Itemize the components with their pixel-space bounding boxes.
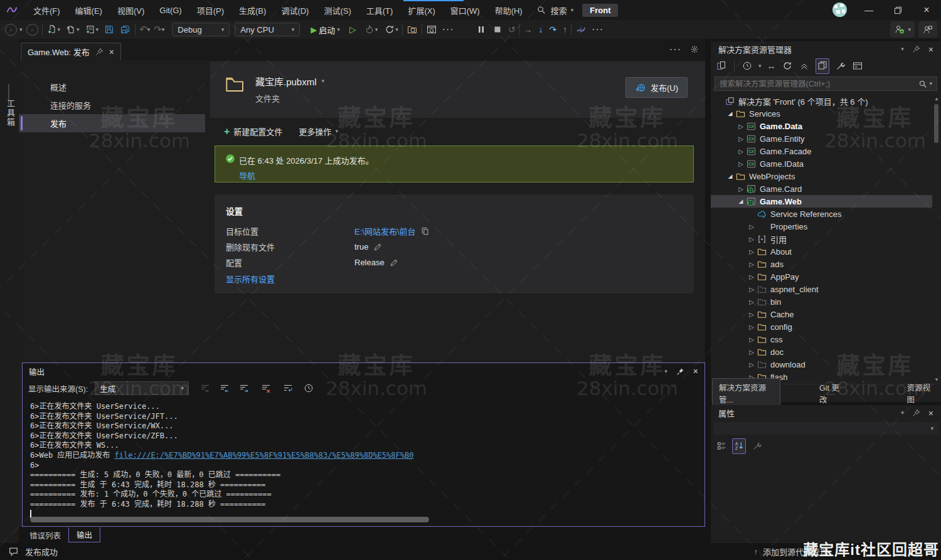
tab-game-web-publish[interactable]: Game.Web: 发布 × <box>21 43 121 60</box>
start-without-debug-icon[interactable]: ▷ <box>349 24 356 34</box>
undo-icon[interactable]: ↶ <box>139 24 147 35</box>
alphabetical-sort-toggle[interactable]: AZ <box>732 438 746 454</box>
navigate-back-icon[interactable]: ‹ <box>5 24 17 36</box>
avatar[interactable] <box>832 3 847 17</box>
refresh-icon[interactable] <box>782 60 793 71</box>
tree-item-apppay[interactable]: ▷AppPay <box>711 270 932 283</box>
tree-expander-icon[interactable]: ▷ <box>736 161 746 167</box>
published-location-link[interactable]: file:///E:/%E7%BD%91%E7%AB%99%E5%8F%91%E… <box>115 451 414 460</box>
menu-item-7[interactable]: 测试(S) <box>317 2 358 19</box>
close-panel-icon[interactable]: × <box>928 408 933 418</box>
more-actions-button[interactable]: 更多操作 ▾ <box>299 125 338 137</box>
minimize-button[interactable]: — <box>854 0 883 20</box>
properties-object-dropdown[interactable]: ▾ <box>713 422 938 435</box>
pin-icon[interactable] <box>95 48 104 56</box>
copy-icon[interactable] <box>421 226 430 236</box>
close-tab-icon[interactable]: × <box>109 47 114 57</box>
step-into-icon[interactable]: ↓ <box>538 24 543 34</box>
scrollbar-thumb[interactable] <box>934 104 938 143</box>
tree-expander-icon[interactable]: ▷ <box>747 261 757 268</box>
tree-expander-icon[interactable]: ◢ <box>736 198 746 204</box>
find-in-files-icon[interactable] <box>407 24 418 35</box>
tab-overflow-icon[interactable]: ··· <box>669 44 681 55</box>
show-next-statement-icon[interactable]: → <box>523 24 532 34</box>
output-source-dropdown[interactable]: 生成▾ <box>95 381 189 395</box>
previous-message-icon[interactable] <box>219 383 230 394</box>
clear-all-icon[interactable] <box>260 383 272 394</box>
tree-item-bin[interactable]: ▷bin <box>711 295 932 308</box>
new-project-icon[interactable] <box>46 24 58 35</box>
tree-expander-icon[interactable]: ▷ <box>736 135 746 142</box>
tree-item-services[interactable]: ◢Services <box>711 107 932 120</box>
step-over-icon[interactable]: ↷ <box>549 24 556 34</box>
word-wrap-icon[interactable] <box>282 383 294 394</box>
tree-expander-icon[interactable]: ▷ <box>747 361 757 368</box>
properties-wrench-icon[interactable] <box>751 440 762 452</box>
feedback-bubble-icon[interactable] <box>8 546 19 557</box>
gear-icon[interactable] <box>690 44 699 54</box>
navigate-link[interactable]: 导航 <box>239 169 255 181</box>
tree-expander-icon[interactable]: ▷ <box>747 298 757 305</box>
tree-expander-icon[interactable]: ▷ <box>736 123 746 130</box>
solution-badge[interactable]: Front <box>582 4 618 17</box>
properties-wrench-icon[interactable] <box>835 60 846 71</box>
pin-icon[interactable] <box>676 367 684 376</box>
next-message-icon[interactable] <box>238 383 250 394</box>
explorer-tab-0[interactable]: 解决方案资源管... <box>712 378 780 408</box>
timestamp-icon[interactable] <box>303 383 314 394</box>
tree-expander-icon[interactable]: ▷ <box>747 324 757 330</box>
tree-item-download[interactable]: ▷download <box>711 358 932 371</box>
close-panel-icon[interactable]: × <box>693 366 698 376</box>
scrollbar-thumb[interactable] <box>30 517 429 522</box>
navigate-forward-icon[interactable]: › <box>26 24 38 36</box>
tree-item-doc[interactable]: ▷doc <box>711 346 932 358</box>
show-all-files-toggle[interactable] <box>816 58 829 74</box>
feedback-button[interactable] <box>918 21 937 38</box>
menu-item-2[interactable]: 视图(V) <box>110 2 151 19</box>
close-window-button[interactable]: × <box>912 0 941 20</box>
solution-search-box[interactable]: ▾ <box>715 77 937 91</box>
chevron-down-icon[interactable]: ▾ <box>901 46 904 52</box>
tree-expander-icon[interactable]: ▷ <box>747 223 757 230</box>
tree-expander-icon[interactable]: ▷ <box>747 286 757 293</box>
property-pages-icon[interactable] <box>852 60 863 71</box>
step-out-icon[interactable]: ↑ <box>563 24 567 34</box>
find-message-icon[interactable] <box>199 383 211 394</box>
debug-overflow-icon[interactable]: ··· <box>592 24 603 35</box>
tree-item-game-data[interactable]: ▷C#Game.Data <box>711 120 932 132</box>
add-item-icon[interactable] <box>85 24 96 35</box>
menu-item-1[interactable]: 编辑(E) <box>68 2 109 19</box>
save-all-icon[interactable] <box>120 24 131 35</box>
tree-item-解决方案-front-6-个项目-共-6-个-[interactable]: 解决方案 'Front' (6 个项目，共 6 个) <box>711 95 932 107</box>
toolbox-label[interactable]: 工具箱 <box>4 99 16 127</box>
publish-nav-item-0[interactable]: 概述 <box>19 78 205 96</box>
tree-scrollbar[interactable]: ▲ ▼ <box>933 95 940 383</box>
tree-item-webprojects[interactable]: ◢WebProjects <box>711 170 932 182</box>
redo-icon[interactable]: ↷ <box>154 24 162 35</box>
close-panel-icon[interactable]: × <box>928 45 933 55</box>
debug-config-dropdown[interactable]: Debug▾ <box>172 23 230 36</box>
chevron-down-icon[interactable]: ▾ <box>758 63 762 69</box>
menu-item-4[interactable]: 项目(P) <box>190 2 231 19</box>
tree-expander-icon[interactable]: ▷ <box>747 273 757 280</box>
menu-item-9[interactable]: 扩展(X) <box>401 2 442 19</box>
edit-pencil-icon[interactable] <box>373 242 383 251</box>
sync-with-active-document-icon[interactable] <box>716 60 727 71</box>
open-file-icon[interactable] <box>65 24 77 35</box>
menu-item-6[interactable]: 调试(D) <box>274 2 316 19</box>
menu-item-0[interactable]: 文件(F) <box>26 2 67 19</box>
explorer-tab-1[interactable]: Git 更改 <box>813 379 851 408</box>
menu-item-8[interactable]: 工具(T) <box>359 2 400 19</box>
tree-expander-icon[interactable]: ▷ <box>747 336 757 343</box>
tree-item-game-idata[interactable]: ▷C#Game.IData <box>711 157 932 170</box>
publish-nav-item-1[interactable]: 连接的服务 <box>19 96 205 114</box>
save-icon[interactable] <box>104 24 115 35</box>
tree-item-game-web[interactable]: ◢Game.Web <box>711 195 932 208</box>
setting-value[interactable]: Release <box>354 258 399 267</box>
toolbox-strip[interactable]: 工具箱 <box>0 39 19 543</box>
tree-expander-icon[interactable]: ▷ <box>747 236 757 243</box>
chevron-down-icon[interactable]: ▾ <box>929 81 932 87</box>
pin-icon[interactable] <box>912 45 920 53</box>
profile-chevron-icon[interactable]: ▾ <box>322 78 325 84</box>
tree-item-aspnet_client[interactable]: ▷aspnet_client <box>711 283 932 295</box>
